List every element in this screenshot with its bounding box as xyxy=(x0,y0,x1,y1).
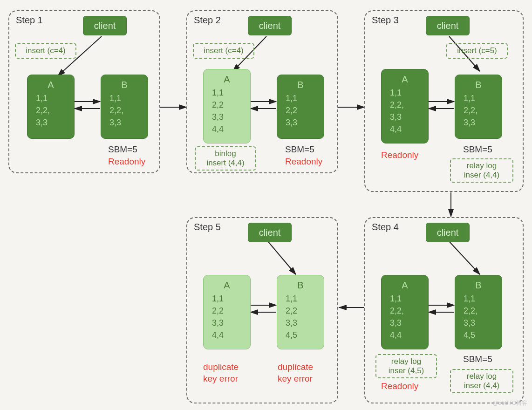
node-header: A xyxy=(27,80,74,90)
node-b: B 1,1 2,2 3,3 xyxy=(277,75,324,139)
node-row: 1,1 xyxy=(382,87,428,99)
relay-line2: inser (4,4) xyxy=(464,381,500,390)
node-header: B xyxy=(277,280,324,291)
node-row: 1,1 xyxy=(27,92,74,104)
client-box: client xyxy=(248,223,292,242)
node-row: 3,3 xyxy=(455,116,502,129)
node-row: 3,3 xyxy=(204,111,250,123)
readonly-label: Readonly xyxy=(285,157,322,167)
node-row: 2,2, xyxy=(382,99,428,111)
node-row: 3,3 xyxy=(277,116,324,129)
node-row: 2,2 xyxy=(277,305,324,317)
node-row: 4,4 xyxy=(382,329,428,341)
node-row: 3,3 xyxy=(455,317,502,329)
node-row: 3,3 xyxy=(101,116,148,129)
relaylog-a-tag: relay log inser (4,5) xyxy=(375,354,437,378)
node-row: 4,4 xyxy=(382,123,428,135)
step-title: Step 5 xyxy=(194,222,221,232)
node-row: 2,2, xyxy=(27,104,74,116)
node-header: A xyxy=(382,280,428,291)
node-header: B xyxy=(101,80,148,90)
node-header: B xyxy=(455,280,502,291)
node-b: B 1,1 2,2, 3,3 xyxy=(455,75,502,139)
insert-tag: insert (c=4) xyxy=(193,43,254,59)
sbm-label: SBM=5 xyxy=(463,354,492,364)
error-b: duplicate key error xyxy=(278,362,313,384)
node-row: 2,2, xyxy=(455,305,502,317)
node-row: 2,2, xyxy=(455,104,502,116)
node-row: 3,3 xyxy=(27,116,74,129)
node-b: B 1,1 2,2, 3,3 4,5 xyxy=(455,275,502,349)
client-box: client xyxy=(426,16,470,35)
sbm-label: SBM=5 xyxy=(463,144,492,155)
node-row: 1,1 xyxy=(101,92,148,104)
client-box: client xyxy=(83,16,127,35)
node-row: 4,4 xyxy=(204,329,250,341)
node-header: B xyxy=(277,80,324,90)
node-a: A 1,1 2,2 3,3 4,4 xyxy=(203,275,251,349)
relay-line1: relay log xyxy=(467,161,497,171)
sbm-label: SBM=5 xyxy=(285,144,314,155)
insert-tag: insert (c=4) xyxy=(15,43,76,59)
relay-line1: relay log xyxy=(391,357,421,366)
node-row: 1,1 xyxy=(277,293,324,305)
node-row: 4,5 xyxy=(455,329,502,341)
step-title: Step 2 xyxy=(194,15,221,26)
relaylog-tag: relay log inser (4,4) xyxy=(450,158,513,183)
node-row: 2,2, xyxy=(101,104,148,116)
step-title: Step 3 xyxy=(372,15,399,26)
error-line2: key error xyxy=(203,374,238,383)
node-row: 1,1 xyxy=(455,92,502,104)
binlog-tag: binlog insert (4,4) xyxy=(195,146,256,171)
node-a: A 1,1 2,2, 3,3 4,4 xyxy=(381,69,429,144)
node-row: 3,3 xyxy=(382,111,428,123)
step-title: Step 1 xyxy=(16,15,43,26)
node-row: 2,2 xyxy=(204,99,250,111)
relay-line2: inser (4,5) xyxy=(389,366,424,376)
binlog-line2: insert (4,4) xyxy=(206,158,244,168)
node-row: 1,1 xyxy=(382,293,428,305)
node-row: 1,1 xyxy=(277,92,324,104)
error-line1: duplicate xyxy=(203,362,239,372)
node-b: B 1,1 2,2 3,3 4,5 xyxy=(277,275,324,349)
error-line1: duplicate xyxy=(278,362,313,372)
node-row: 2,2, xyxy=(382,305,428,317)
node-header: A xyxy=(204,280,250,291)
relay-line2: inser (4,4) xyxy=(464,171,500,180)
readonly-label: Readonly xyxy=(381,150,418,160)
client-box: client xyxy=(248,16,292,35)
diagram-canvas: Step 1 client insert (c=4) A 1,1 2,2, 3,… xyxy=(0,0,532,410)
node-row: 4,5 xyxy=(277,329,324,341)
node-b: B 1,1 2,2, 3,3 xyxy=(101,75,148,139)
node-row: 4,4 xyxy=(204,123,250,135)
node-row: 1,1 xyxy=(204,87,250,99)
node-row: 3,3 xyxy=(382,317,428,329)
relaylog-b-tag: relay log inser (4,4) xyxy=(450,369,513,393)
relay-line1: relay log xyxy=(467,372,497,381)
step-title: Step 4 xyxy=(372,222,399,232)
node-a: A 1,1 2,2 3,3 4,4 xyxy=(203,69,251,144)
node-row: 1,1 xyxy=(204,293,250,305)
readonly-label: Readonly xyxy=(381,381,418,391)
node-row: 3,3 xyxy=(277,317,324,329)
node-a: A 1,1 2,2, 3,3 xyxy=(27,75,75,139)
error-a: duplicate key error xyxy=(203,362,239,384)
node-header: A xyxy=(204,74,250,85)
node-row: 2,2 xyxy=(204,305,250,317)
node-row: 3,3 xyxy=(204,317,250,329)
client-box: client xyxy=(426,223,470,242)
error-line2: key error xyxy=(278,374,313,383)
node-row: 2,2 xyxy=(277,104,324,116)
node-header: B xyxy=(455,80,502,90)
node-a: A 1,1 2,2, 3,3 4,4 xyxy=(381,275,429,349)
binlog-line1: binlog xyxy=(215,149,236,158)
watermark: @51CTO博客 xyxy=(492,399,527,407)
insert-tag: insert (c=5) xyxy=(446,43,508,59)
node-row: 1,1 xyxy=(455,293,502,305)
sbm-label: SBM=5 xyxy=(108,144,137,155)
readonly-label: Readonly xyxy=(108,157,145,167)
node-header: A xyxy=(382,74,428,85)
